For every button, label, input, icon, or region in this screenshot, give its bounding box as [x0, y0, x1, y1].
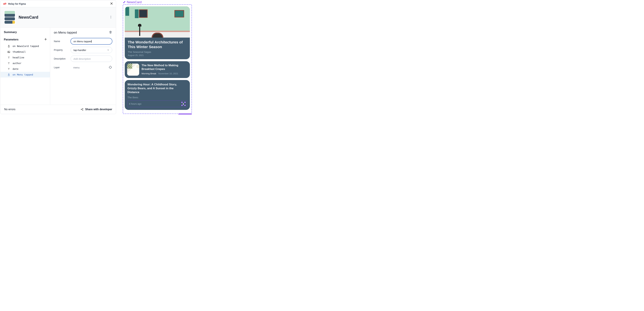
name-label: Name — [54, 40, 70, 42]
plus-icon — [44, 38, 47, 41]
param-label: on Menu tapped — [12, 73, 33, 76]
property-field-row: Property tap-handler — [54, 47, 112, 53]
param-item-date[interactable]: date — [0, 66, 50, 72]
errors-status: No errors — [4, 108, 16, 111]
text-icon — [7, 62, 10, 65]
figma-preview: NewsCard The Wonderful Architectures of … — [123, 0, 192, 114]
property-value: tap-handler — [74, 49, 86, 52]
svg-point-2 — [111, 18, 111, 18]
share-icon — [80, 108, 84, 111]
description-input[interactable]: Add description — [70, 56, 112, 62]
component-frame[interactable]: The Wonderful Architectures of This Wint… — [123, 4, 192, 114]
card-headline: The New Method to Making Breakfast Crepe… — [142, 64, 188, 71]
param-item-author[interactable]: author — [0, 60, 50, 66]
menu-icon-selection[interactable] — [181, 102, 186, 106]
card-date: 4 hours ago — [129, 102, 142, 105]
more-vertical-icon — [183, 103, 184, 105]
card-meta: Morning Break November 10, 2021 — [142, 72, 188, 75]
panel-header: Relay for Figma — [0, 0, 116, 7]
layer-field-row: Layer menu — [54, 64, 112, 70]
parameters-heading: Parameters — [4, 38, 18, 41]
description-label: Description — [54, 57, 70, 60]
tap-icon — [7, 73, 10, 76]
layer-label: Layer — [54, 66, 70, 69]
text-icon — [7, 68, 10, 70]
news-card-hero[interactable]: The Wonderful Architectures of This Wint… — [125, 6, 190, 59]
detail-title: on Menu tapped — [54, 31, 77, 34]
panel-title-bar: NewsCard — [0, 7, 116, 28]
layer-value: menu — [73, 66, 80, 69]
component-icon — [123, 1, 126, 4]
parameters-header: Parameters — [0, 38, 50, 42]
param-label: on NewsCard tapped — [12, 45, 39, 48]
add-parameter-button[interactable] — [44, 38, 47, 42]
target-icon — [108, 66, 112, 69]
component-title: NewsCard — [18, 15, 106, 20]
description-field-row: Description Add description — [54, 56, 112, 62]
hero-source: The Seasonal Sagas — [128, 50, 187, 53]
svg-point-0 — [111, 16, 111, 16]
card-source: The Bees — [128, 96, 187, 99]
selected-layer[interactable]: 4 hours ago — [128, 100, 187, 107]
name-field-row: Name on Menu tapped — [54, 38, 112, 44]
param-item-on-Menu-tapped[interactable]: on Menu tapped — [0, 72, 50, 78]
more-vertical-icon — [109, 16, 112, 19]
property-select[interactable]: tap-handler — [70, 47, 112, 53]
text-icon — [7, 56, 10, 59]
close-icon — [110, 2, 113, 5]
param-item-thumbnail[interactable]: thumbnail — [0, 49, 50, 55]
component-frame-label[interactable]: NewsCard — [123, 0, 192, 4]
share-label: Share with developer — [85, 108, 112, 111]
name-input[interactable]: on Menu tapped — [70, 38, 112, 44]
tap-icon — [7, 44, 10, 48]
more-menu-button[interactable] — [109, 16, 112, 19]
card-source: Morning Break — [142, 72, 156, 75]
news-card-third[interactable]: Wondering Hour: A Childhood Story, Grizz… — [125, 80, 190, 110]
svg-point-1 — [111, 17, 111, 17]
component-thumbnail — [4, 10, 16, 24]
card-headline: Wondering Hour: A Childhood Story, Grizz… — [128, 83, 185, 94]
sidebar: Summary Parameters on NewsCard tappedthu… — [0, 28, 50, 105]
name-value: on Menu tapped — [74, 40, 92, 43]
param-item-on-NewsCard-tapped[interactable]: on NewsCard tapped — [0, 43, 50, 49]
chevron-down-icon — [107, 49, 109, 51]
layer-value-row: menu — [70, 64, 112, 70]
param-label: author — [12, 62, 21, 64]
delete-button[interactable] — [109, 30, 112, 34]
frame-label-text: NewsCard — [127, 0, 142, 4]
brand-label: Relay for Figma — [8, 2, 26, 5]
param-label: date — [12, 68, 18, 70]
description-placeholder: Add description — [74, 57, 91, 60]
image-icon — [7, 50, 10, 53]
hero-image — [125, 6, 190, 38]
target-layer-button[interactable] — [108, 66, 112, 70]
param-item-headline[interactable]: headline — [0, 55, 50, 60]
detail-header: on Menu tapped — [54, 30, 112, 34]
param-label: headline — [12, 56, 24, 59]
svg-point-5 — [109, 66, 112, 68]
close-button[interactable] — [110, 2, 113, 6]
news-card-row[interactable]: The New Method to Making Breakfast Crepe… — [125, 61, 190, 78]
card-thumbnail — [127, 64, 139, 76]
card-top: Wondering Hour: A Childhood Story, Grizz… — [128, 83, 187, 94]
panel-body: Summary Parameters on NewsCard tappedthu… — [0, 28, 116, 105]
hero-headline: The Wonderful Architectures of This Wint… — [128, 40, 187, 49]
summary-heading: Summary — [4, 30, 50, 34]
hero-date: August 25, 2021 — [128, 54, 187, 56]
param-label: thumbnail — [12, 50, 26, 53]
relay-panel: Relay for Figma NewsCard Summary Paramet… — [0, 0, 116, 114]
brand: Relay for Figma — [3, 2, 26, 5]
trash-icon — [109, 30, 112, 34]
property-label: Property — [54, 49, 70, 51]
card-body: The New Method to Making Breakfast Crepe… — [142, 64, 188, 75]
relay-logo-icon — [3, 3, 7, 5]
share-button[interactable]: Share with developer — [80, 108, 112, 111]
panel-footer: No errors Share with developer — [0, 105, 116, 114]
detail-pane: on Menu tapped Name on Menu tapped Prope… — [50, 28, 116, 105]
hero-body: The Wonderful Architectures of This Wint… — [125, 38, 190, 56]
card-date: November 10, 2021 — [158, 72, 178, 75]
parameter-list: on NewsCard tappedthumbnailheadlineautho… — [0, 43, 50, 78]
dimension-badge: 24 × 24 — [178, 114, 192, 114]
